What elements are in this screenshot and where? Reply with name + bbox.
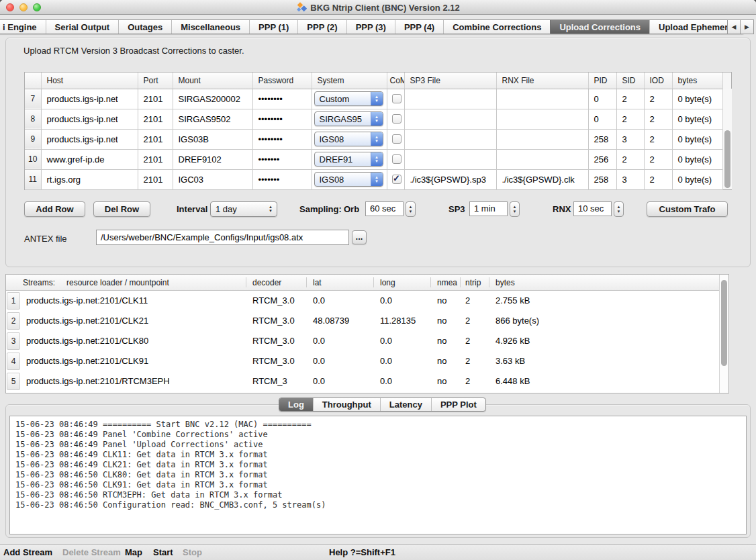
pid-cell[interactable]: 0 xyxy=(588,109,616,129)
com-checkbox[interactable] xyxy=(392,154,401,164)
tab-serial-output[interactable]: Serial Output xyxy=(46,20,119,34)
col-header-port: Port xyxy=(138,73,173,89)
rnx-file-cell[interactable] xyxy=(496,129,588,149)
mount-cell[interactable]: SIRGAS9502 xyxy=(173,109,252,129)
iod-cell[interactable]: 2 xyxy=(644,149,672,169)
tab-ppp-4[interactable]: PPP (4) xyxy=(395,20,443,34)
com-checkbox[interactable] xyxy=(392,175,401,184)
system-dropdown[interactable]: IGS08 ▲▼ xyxy=(314,132,383,146)
port-cell[interactable]: 2101 xyxy=(138,149,173,169)
host-cell[interactable]: products.igs-ip.net xyxy=(41,129,138,149)
pid-cell[interactable]: 258 xyxy=(588,169,616,189)
tab-engine[interactable]: i Engine xyxy=(0,20,46,34)
system-dropdown[interactable]: Custom ▲▼ xyxy=(314,91,383,106)
port-cell[interactable]: 2101 xyxy=(138,129,173,149)
add-row-button[interactable]: Add Row xyxy=(24,201,85,217)
system-dropdown[interactable]: DREF91 ▲▼ xyxy=(314,152,383,167)
scrollbar-thumb[interactable] xyxy=(724,130,730,188)
password-cell[interactable]: •••••••• xyxy=(252,129,312,149)
port-cell[interactable]: 2101 xyxy=(138,169,173,189)
map-button[interactable]: Map xyxy=(125,547,142,557)
nmea-cell: no xyxy=(437,356,446,366)
upload-table-scrollbar[interactable] xyxy=(722,89,732,189)
tab-ppp-1[interactable]: PPP (1) xyxy=(249,20,297,34)
log-output[interactable]: 15-06-23 08:46:49 ========== Start BNC v… xyxy=(9,416,747,534)
tab-outages[interactable]: Outages xyxy=(118,20,171,34)
tab-ppp-plot[interactable]: PPP Plot xyxy=(431,398,485,411)
sp3-file-cell[interactable]: ./ic3${GPSWD}.sp3 xyxy=(404,169,496,189)
tab-combine-corrections[interactable]: Combine Corrections xyxy=(443,20,550,34)
del-row-button[interactable]: Del Row xyxy=(93,201,150,217)
antex-browse-button[interactable]: ... xyxy=(352,230,367,244)
antex-file-input[interactable]: /Users/weber/BNC/Example_Configs/Input/i… xyxy=(96,230,349,245)
stream-row-4[interactable]: 4 products.igs-ip.net:2101/CLK91 RTCM_3.… xyxy=(6,351,728,371)
stream-row-5[interactable]: 5 products.igs-ip.net:2101/RTCM3EPH RTCM… xyxy=(6,371,728,391)
system-dropdown[interactable]: IGS08 ▲▼ xyxy=(314,172,383,187)
sp3-file-cell[interactable] xyxy=(404,149,496,169)
sp3-file-cell[interactable] xyxy=(404,109,496,129)
host-cell[interactable]: products.igs-ip.net xyxy=(41,89,138,109)
mount-cell[interactable]: DREF9102 xyxy=(173,149,252,169)
pid-cell[interactable]: 256 xyxy=(588,149,616,169)
sp3-file-cell[interactable] xyxy=(404,129,496,149)
system-dropdown-value: DREF91 xyxy=(315,152,371,166)
iod-cell[interactable]: 2 xyxy=(644,129,672,149)
stream-row-2[interactable]: 2 products.igs-ip.net:2101/CLK21 RTCM_3.… xyxy=(6,311,728,331)
orb-sampling-stepper[interactable]: ▲▼ xyxy=(406,201,416,217)
rnx-file-cell[interactable] xyxy=(496,149,588,169)
start-button[interactable]: Start xyxy=(153,547,173,557)
orb-sampling-input[interactable]: 60 sec xyxy=(365,201,404,216)
add-stream-button[interactable]: Add Stream xyxy=(3,547,52,557)
tab-upload-corrections[interactable]: Upload Corrections xyxy=(550,20,649,34)
iod-cell[interactable]: 2 xyxy=(644,169,672,189)
host-cell[interactable]: products.igs-ip.net xyxy=(41,109,138,129)
sid-cell[interactable]: 2 xyxy=(616,109,644,129)
host-cell[interactable]: www.gref-ip.de xyxy=(41,149,138,169)
sp3-file-cell[interactable] xyxy=(404,89,496,109)
interval-dropdown[interactable]: 1 day ▲▼ xyxy=(210,201,277,217)
stream-row-3[interactable]: 3 products.igs-ip.net:2101/CLK80 RTCM_3.… xyxy=(6,331,728,351)
mount-cell[interactable]: IGC03 xyxy=(173,169,252,189)
tab-miscellaneous[interactable]: Miscellaneous xyxy=(171,20,249,34)
rnx-file-cell[interactable] xyxy=(496,109,588,129)
system-dropdown[interactable]: SIRGAS95 ▲▼ xyxy=(314,111,383,126)
sid-cell[interactable]: 2 xyxy=(616,149,644,169)
tab-throughput[interactable]: Throughput xyxy=(313,398,380,411)
sp3-sampling-input[interactable]: 1 min xyxy=(469,201,508,216)
tab-ppp-2[interactable]: PPP (2) xyxy=(297,20,346,34)
rnx-sampling-input[interactable]: 10 sec xyxy=(573,201,612,216)
rnx-file-cell[interactable] xyxy=(496,89,588,109)
mount-cell[interactable]: SIRGAS200002 xyxy=(173,89,252,109)
com-checkbox[interactable] xyxy=(392,114,401,124)
stream-row-1[interactable]: 1 products.igs-ip.net:2101/CLK11 RTCM_3.… xyxy=(6,291,728,311)
mount-cell[interactable]: IGS03B xyxy=(173,129,252,149)
rnx-sampling-stepper[interactable]: ▲▼ xyxy=(614,201,624,217)
sp3-sampling-stepper[interactable]: ▲▼ xyxy=(510,201,520,217)
password-cell[interactable]: •••••••• xyxy=(252,109,312,129)
password-cell[interactable]: ••••••• xyxy=(252,149,312,169)
port-cell[interactable]: 2101 xyxy=(138,109,173,129)
sid-cell[interactable]: 2 xyxy=(616,89,644,109)
com-checkbox[interactable] xyxy=(392,94,401,103)
pid-cell[interactable]: 0 xyxy=(588,89,616,109)
rnx-file-cell[interactable]: ./ic3${GPSWD}.clk xyxy=(496,169,588,189)
pid-cell[interactable]: 258 xyxy=(588,129,616,149)
col-header-host: Host xyxy=(41,73,138,89)
tab-ppp-3[interactable]: PPP (3) xyxy=(346,20,395,34)
iod-cell[interactable]: 2 xyxy=(644,89,672,109)
sid-cell[interactable]: 3 xyxy=(616,129,644,149)
custom-trafo-button[interactable]: Custom Trafo xyxy=(647,201,728,217)
password-cell[interactable]: •••••••• xyxy=(252,89,312,109)
tab-latency[interactable]: Latency xyxy=(380,398,431,411)
tab-scroll-right-button[interactable]: ▶ xyxy=(741,19,754,34)
com-checkbox[interactable] xyxy=(392,134,401,144)
tab-scroll-left-button[interactable]: ◀ xyxy=(727,19,741,34)
streams-scrollbar[interactable] xyxy=(719,275,728,393)
sid-cell[interactable]: 3 xyxy=(616,169,644,189)
host-cell[interactable]: rt.igs.org xyxy=(41,169,138,189)
port-cell[interactable]: 2101 xyxy=(138,89,173,109)
tab-log[interactable]: Log xyxy=(279,398,313,411)
scrollbar-thumb[interactable] xyxy=(721,280,727,366)
iod-cell[interactable]: 2 xyxy=(644,109,672,129)
password-cell[interactable]: ••••••• xyxy=(252,169,312,189)
